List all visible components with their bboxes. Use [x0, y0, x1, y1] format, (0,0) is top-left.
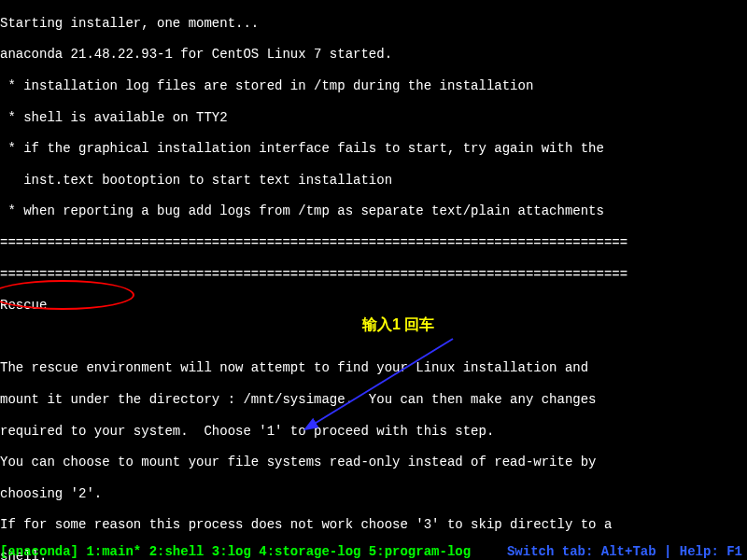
rescue-text: choosing '2'.: [0, 486, 747, 502]
boot-line: * when reporting a bug add logs from /tm…: [0, 203, 747, 219]
boot-line: Starting installer, one moment...: [0, 16, 747, 32]
status-tabs[interactable]: [anaconda] 1:main* 2:shell 3:log 4:stora…: [0, 544, 471, 559]
rescue-text: You can choose to mount your file system…: [0, 455, 747, 470]
rescue-text: If for some reason this process does not…: [0, 517, 747, 533]
boot-line: inst.text bootoption to start text insta…: [0, 173, 747, 189]
annotation-label: 输入1 回车: [362, 315, 434, 333]
status-bar: [anaconda] 1:main* 2:shell 3:log 4:stora…: [0, 544, 747, 560]
rescue-title: Rescue: [0, 298, 747, 314]
status-help: Switch tab: Alt+Tab | Help: F1: [507, 544, 742, 560]
separator: ========================================…: [0, 267, 747, 283]
boot-line: anaconda 21.48.22.93-1 for CentOS Linux …: [0, 47, 747, 63]
terminal-screen: Starting installer, one moment... anacon…: [0, 0, 747, 560]
rescue-text: The rescue environment will now attempt …: [0, 360, 747, 376]
rescue-text: mount it under the directory : /mnt/sysi…: [0, 392, 747, 408]
boot-line: * if the graphical installation interfac…: [0, 141, 747, 157]
boot-line: * shell is available on TTY2: [0, 110, 747, 126]
rescue-text: required to your system. Choose '1' to p…: [0, 424, 747, 440]
separator: ========================================…: [0, 235, 747, 251]
boot-line: * installation log files are stored in /…: [0, 78, 747, 94]
